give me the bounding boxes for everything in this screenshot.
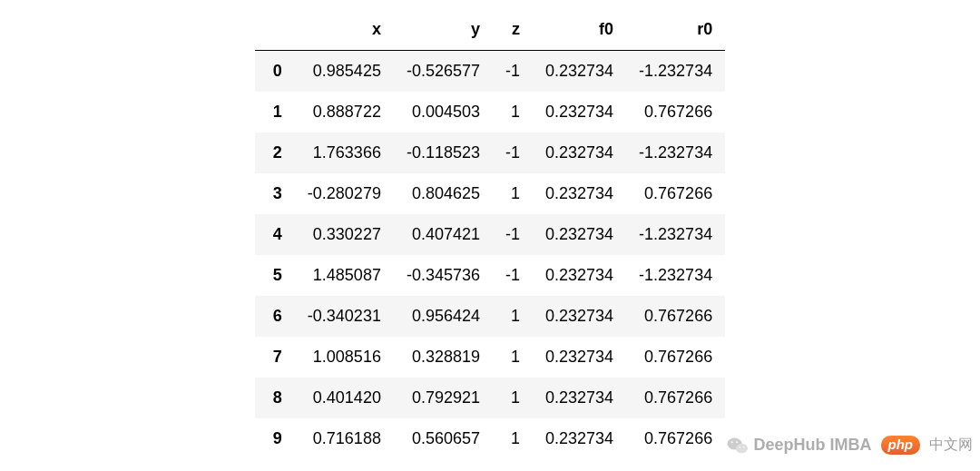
table-header: x y z f0 r0 bbox=[255, 11, 725, 51]
cell-y: -0.345736 bbox=[394, 255, 493, 296]
cell-z: -1 bbox=[493, 214, 533, 255]
header-index bbox=[255, 11, 295, 51]
header-x: x bbox=[295, 11, 394, 51]
watermark-php-badge: php bbox=[881, 436, 921, 455]
svg-point-2 bbox=[730, 441, 732, 443]
table-row: 1 0.888722 0.004503 1 0.232734 0.767266 bbox=[255, 92, 725, 132]
cell-y: 0.792921 bbox=[394, 378, 493, 418]
cell-z: -1 bbox=[493, 255, 533, 296]
table-row: 8 0.401420 0.792921 1 0.232734 0.767266 bbox=[255, 378, 725, 418]
table-row: 4 0.330227 0.407421 -1 0.232734 -1.23273… bbox=[255, 214, 725, 255]
table-row: 7 1.008516 0.328819 1 0.232734 0.767266 bbox=[255, 337, 725, 378]
cell-f0: 0.232734 bbox=[533, 51, 626, 93]
cell-f0: 0.232734 bbox=[533, 132, 626, 173]
table-body: 0 0.985425 -0.526577 -1 0.232734 -1.2327… bbox=[255, 51, 725, 460]
dataframe-table-wrap: x y z f0 r0 0 0.985425 -0.526577 -1 0.23… bbox=[255, 11, 725, 459]
cell-x: -0.340231 bbox=[295, 296, 394, 337]
cell-x: 1.485087 bbox=[295, 255, 394, 296]
cell-r0: -1.232734 bbox=[626, 132, 725, 173]
watermark-brand1-text: DeepHub IMBA bbox=[754, 436, 872, 455]
cell-r0: 0.767266 bbox=[626, 337, 725, 378]
svg-point-4 bbox=[739, 446, 740, 448]
cell-x: 0.985425 bbox=[295, 51, 394, 93]
header-r0: r0 bbox=[626, 11, 725, 51]
cell-r0: 0.767266 bbox=[626, 418, 725, 459]
table-row: 2 1.763366 -0.118523 -1 0.232734 -1.2327… bbox=[255, 132, 725, 173]
dataframe-table: x y z f0 r0 0 0.985425 -0.526577 -1 0.23… bbox=[255, 11, 725, 459]
cell-y: 0.407421 bbox=[394, 214, 493, 255]
cell-y: 0.328819 bbox=[394, 337, 493, 378]
cell-f0: 0.232734 bbox=[533, 296, 626, 337]
row-index: 5 bbox=[255, 255, 295, 296]
cell-x: 1.763366 bbox=[295, 132, 394, 173]
row-index: 4 bbox=[255, 214, 295, 255]
row-index: 0 bbox=[255, 51, 295, 93]
cell-z: -1 bbox=[493, 51, 533, 93]
cell-r0: -1.232734 bbox=[626, 255, 725, 296]
cell-f0: 0.232734 bbox=[533, 378, 626, 418]
cell-z: 1 bbox=[493, 337, 533, 378]
header-z: z bbox=[493, 11, 533, 51]
cell-z: 1 bbox=[493, 378, 533, 418]
cell-x: -0.280279 bbox=[295, 173, 394, 214]
wechat-icon bbox=[727, 437, 749, 455]
header-row: x y z f0 r0 bbox=[255, 11, 725, 51]
row-index: 1 bbox=[255, 92, 295, 132]
row-index: 2 bbox=[255, 132, 295, 173]
row-index: 9 bbox=[255, 418, 295, 459]
cell-f0: 0.232734 bbox=[533, 337, 626, 378]
watermark: DeepHub IMBA php 中文网 bbox=[727, 436, 974, 455]
svg-point-3 bbox=[736, 441, 738, 443]
cell-x: 1.008516 bbox=[295, 337, 394, 378]
cell-y: -0.526577 bbox=[394, 51, 493, 93]
svg-point-5 bbox=[742, 446, 744, 448]
cell-r0: 0.767266 bbox=[626, 92, 725, 132]
svg-point-1 bbox=[736, 443, 748, 453]
cell-x: 0.888722 bbox=[295, 92, 394, 132]
cell-z: 1 bbox=[493, 92, 533, 132]
cell-z: -1 bbox=[493, 132, 533, 173]
row-index: 6 bbox=[255, 296, 295, 337]
cell-x: 0.401420 bbox=[295, 378, 394, 418]
table-row: 0 0.985425 -0.526577 -1 0.232734 -1.2327… bbox=[255, 51, 725, 93]
cell-z: 1 bbox=[493, 173, 533, 214]
cell-r0: 0.767266 bbox=[626, 378, 725, 418]
table-row: 9 0.716188 0.560657 1 0.232734 0.767266 bbox=[255, 418, 725, 459]
watermark-cn-text: 中文网 bbox=[929, 436, 973, 455]
cell-z: 1 bbox=[493, 296, 533, 337]
cell-f0: 0.232734 bbox=[533, 255, 626, 296]
cell-y: 0.560657 bbox=[394, 418, 493, 459]
header-f0: f0 bbox=[533, 11, 626, 51]
cell-y: 0.956424 bbox=[394, 296, 493, 337]
row-index: 3 bbox=[255, 173, 295, 214]
cell-f0: 0.232734 bbox=[533, 214, 626, 255]
svg-point-0 bbox=[727, 437, 741, 449]
cell-f0: 0.232734 bbox=[533, 173, 626, 214]
table-row: 3 -0.280279 0.804625 1 0.232734 0.767266 bbox=[255, 173, 725, 214]
cell-x: 0.716188 bbox=[295, 418, 394, 459]
cell-y: 0.804625 bbox=[394, 173, 493, 214]
cell-r0: -1.232734 bbox=[626, 51, 725, 93]
row-index: 7 bbox=[255, 337, 295, 378]
watermark-deephub: DeepHub IMBA bbox=[727, 436, 872, 455]
header-y: y bbox=[394, 11, 493, 51]
row-index: 8 bbox=[255, 378, 295, 418]
cell-f0: 0.232734 bbox=[533, 418, 626, 459]
cell-z: 1 bbox=[493, 418, 533, 459]
cell-y: 0.004503 bbox=[394, 92, 493, 132]
table-row: 5 1.485087 -0.345736 -1 0.232734 -1.2327… bbox=[255, 255, 725, 296]
cell-x: 0.330227 bbox=[295, 214, 394, 255]
cell-f0: 0.232734 bbox=[533, 92, 626, 132]
table-row: 6 -0.340231 0.956424 1 0.232734 0.767266 bbox=[255, 296, 725, 337]
cell-r0: -1.232734 bbox=[626, 214, 725, 255]
cell-r0: 0.767266 bbox=[626, 173, 725, 214]
cell-y: -0.118523 bbox=[394, 132, 493, 173]
cell-r0: 0.767266 bbox=[626, 296, 725, 337]
